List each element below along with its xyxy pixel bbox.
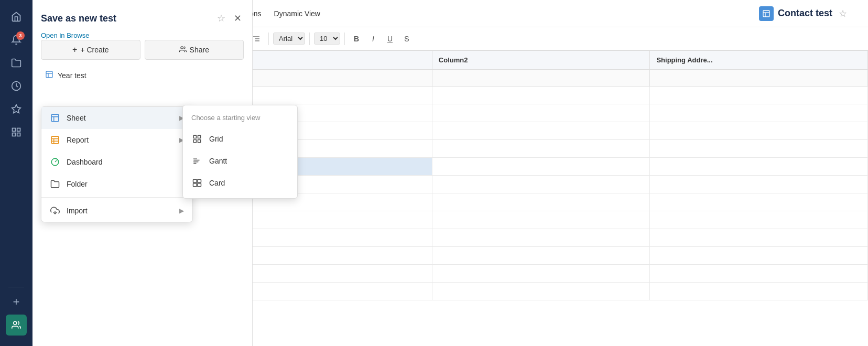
- toolbar-divider-4: [268, 33, 269, 45]
- svg-rect-49: [198, 183, 201, 187]
- panel-header: Save as new test ☆ ✕: [41, 10, 244, 26]
- sidebar-item-recent[interactable]: [6, 75, 27, 96]
- dashboard-menu-icon: [50, 157, 60, 167]
- sheet-title: Contact test: [778, 8, 832, 19]
- create-button[interactable]: + + Create: [41, 40, 140, 60]
- import-menu-label: Import: [67, 207, 88, 215]
- cell-ship-4[interactable]: [650, 140, 868, 158]
- svg-rect-4: [17, 133, 20, 136]
- gantt-view-icon: [191, 155, 203, 167]
- cell-col2-7[interactable]: [432, 193, 650, 211]
- cell-ship-7[interactable]: [650, 193, 868, 211]
- create-icon: +: [72, 45, 77, 55]
- dashboard-menu-label: Dashboard: [67, 158, 103, 166]
- cell-ship-10[interactable]: [650, 247, 868, 265]
- toolbar-divider-6: [344, 33, 345, 45]
- font-size-selector[interactable]: 10: [314, 33, 340, 45]
- underline-button[interactable]: U: [383, 31, 397, 46]
- svg-rect-5: [13, 133, 16, 136]
- cell-col2-5[interactable]: [432, 158, 650, 176]
- sidebar-item-folder[interactable]: [6, 52, 27, 73]
- share-icon: [179, 46, 187, 55]
- svg-rect-38: [198, 140, 201, 143]
- cell-col2-6[interactable]: [432, 176, 650, 193]
- year-test-icon: [45, 70, 53, 81]
- cell-col2-3[interactable]: [432, 122, 650, 140]
- dropdown-item-sheet[interactable]: Sheet ▶: [41, 107, 192, 129]
- submenu-item-card[interactable]: Card: [183, 172, 297, 194]
- svg-rect-37: [198, 135, 201, 138]
- cell-col2-11[interactable]: [432, 265, 650, 283]
- column2-header[interactable]: Column2: [432, 51, 650, 70]
- svg-rect-45: [193, 161, 198, 163]
- panel-open-browse-link[interactable]: Open in Browse: [41, 31, 90, 39]
- folder-menu-icon: [50, 179, 60, 189]
- panel-close-button[interactable]: ✕: [232, 10, 244, 26]
- cell-ship-3[interactable]: [650, 122, 868, 140]
- cell-ship-12[interactable]: [650, 283, 868, 300]
- dropdown-item-dashboard[interactable]: Dashboard: [41, 151, 192, 173]
- cell-col2-10[interactable]: [432, 247, 650, 265]
- cell-col2-4[interactable]: [432, 140, 650, 158]
- shipping-address-header[interactable]: Shipping Addre...: [650, 51, 868, 70]
- cell-ship-11[interactable]: [650, 265, 868, 283]
- sheet-title-area: Contact test ☆: [759, 6, 847, 21]
- cell-ship-1[interactable]: [650, 87, 868, 104]
- strikethrough-button[interactable]: S: [399, 31, 414, 46]
- cell-ship-9[interactable]: [650, 229, 868, 247]
- cell-col2-12[interactable]: [432, 283, 650, 300]
- sidebar-item-home[interactable]: [6, 6, 27, 27]
- sidebar-divider: [8, 287, 24, 287]
- starting-view-submenu: Choose a starting view Grid Gantt: [182, 105, 298, 199]
- sidebar-item-apps[interactable]: [6, 122, 27, 143]
- sidebar-item-people[interactable]: [6, 315, 27, 336]
- svg-rect-23: [46, 71, 52, 78]
- sheet-title-icon: [759, 6, 774, 21]
- submenu-title: Choose a starting view: [183, 110, 297, 128]
- dropdown-item-folder-left: Folder: [50, 179, 88, 189]
- submenu-item-gantt[interactable]: Gantt: [183, 150, 297, 172]
- nav-dynamic-view[interactable]: Dynamic View: [274, 7, 320, 20]
- dropdown-item-report-left: Report: [50, 135, 89, 145]
- sidebar-item-add[interactable]: +: [6, 291, 27, 312]
- dropdown-item-report[interactable]: Report ▶: [41, 129, 192, 151]
- cell-ship-6[interactable]: [650, 176, 868, 193]
- create-menu-divider: [41, 197, 192, 198]
- import-menu-icon: [50, 206, 60, 216]
- share-label: Share: [190, 46, 209, 54]
- panel-favorite-star[interactable]: ☆: [217, 13, 225, 24]
- cell-ship-8[interactable]: [650, 211, 868, 229]
- create-label: + Create: [80, 46, 108, 54]
- cell-ship-2[interactable]: [650, 104, 868, 122]
- svg-point-22: [180, 46, 183, 49]
- font-selector[interactable]: Arial: [273, 33, 305, 45]
- svg-line-34: [55, 160, 57, 162]
- toolbar-divider-5: [309, 33, 310, 45]
- dropdown-item-import[interactable]: Import ▶: [41, 200, 192, 222]
- panel-year-test-item[interactable]: Year test: [41, 66, 244, 85]
- bold-button[interactable]: B: [349, 31, 364, 46]
- col2-icons: [432, 70, 650, 87]
- svg-point-6: [14, 321, 17, 325]
- dropdown-item-folder[interactable]: Folder: [41, 173, 192, 195]
- share-button[interactable]: Share: [145, 40, 244, 60]
- cell-col2-8[interactable]: [432, 211, 650, 229]
- cell-col2-1[interactable]: [432, 87, 650, 104]
- sidebar-item-favorites[interactable]: [6, 99, 27, 120]
- sheet-menu-label: Sheet: [67, 114, 86, 122]
- cell-ship-5[interactable]: [650, 158, 868, 176]
- sidebar-item-bell[interactable]: 3: [6, 29, 27, 50]
- cell-col2-2[interactable]: [432, 104, 650, 122]
- gantt-label: Gantt: [209, 157, 227, 165]
- cell-col2-9[interactable]: [432, 229, 650, 247]
- card-label: Card: [209, 179, 225, 187]
- report-menu-label: Report: [67, 136, 89, 144]
- svg-rect-7: [763, 10, 769, 17]
- sheet-favorite-star[interactable]: ☆: [839, 8, 847, 19]
- submenu-item-grid[interactable]: Grid: [183, 128, 297, 150]
- svg-rect-29: [51, 136, 59, 144]
- svg-rect-39: [193, 140, 196, 143]
- panel-title: Save as new test: [41, 13, 116, 24]
- italic-button[interactable]: I: [366, 31, 381, 46]
- svg-rect-3: [17, 128, 20, 132]
